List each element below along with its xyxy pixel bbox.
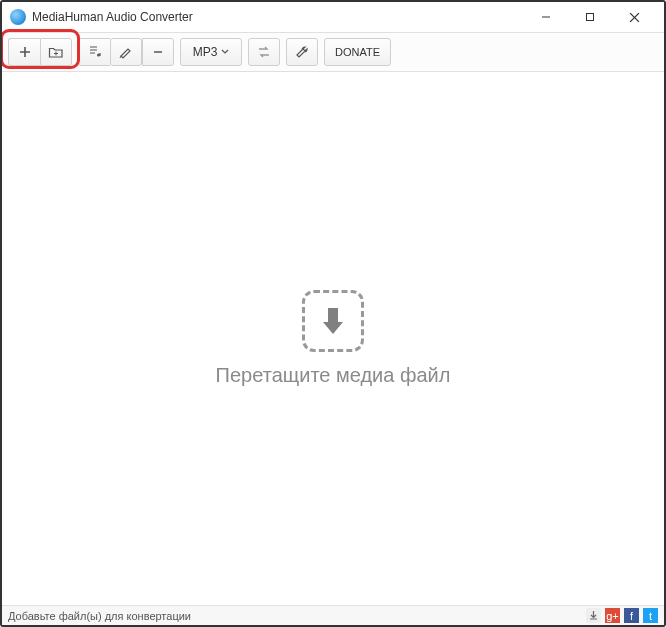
googleplus-icon[interactable]: g+ xyxy=(605,608,620,623)
donate-button[interactable]: DONATE xyxy=(324,38,391,66)
status-message: Добавьте файл(ы) для конвертации xyxy=(8,610,191,622)
format-select[interactable]: MP3 xyxy=(180,38,242,66)
wrench-icon xyxy=(295,45,309,59)
donate-label: DONATE xyxy=(335,46,380,58)
convert-arrows-icon xyxy=(256,45,272,59)
format-select-label: MP3 xyxy=(193,45,218,59)
window-title: MediaHuman Audio Converter xyxy=(32,10,524,24)
svg-rect-1 xyxy=(587,14,594,21)
clear-button[interactable] xyxy=(110,38,142,66)
minimize-button[interactable] xyxy=(524,3,568,31)
add-file-button[interactable] xyxy=(8,38,40,66)
minus-icon xyxy=(152,46,164,58)
updates-icon[interactable] xyxy=(586,608,601,623)
statusbar: Добавьте файл(ы) для конвертации g+ f t xyxy=(2,605,664,625)
brush-icon xyxy=(118,45,134,59)
maximize-button[interactable] xyxy=(568,3,612,31)
titlebar: MediaHuman Audio Converter xyxy=(2,2,664,32)
status-icons: g+ f t xyxy=(586,608,658,623)
folder-plus-icon xyxy=(48,45,64,59)
playlist-button-group xyxy=(78,38,174,66)
convert-button[interactable] xyxy=(248,38,280,66)
window-controls xyxy=(524,3,656,31)
download-arrow-icon xyxy=(317,304,349,338)
music-search-icon xyxy=(88,45,102,59)
drop-area[interactable]: Перетащите медиа файл xyxy=(2,72,664,605)
drop-icon-frame xyxy=(302,290,364,352)
drop-message: Перетащите медиа файл xyxy=(216,364,451,387)
toolbar: MP3 DONATE xyxy=(2,32,664,72)
app-icon xyxy=(10,9,26,25)
svg-rect-10 xyxy=(328,308,338,322)
chevron-down-icon xyxy=(221,49,229,55)
add-folder-button[interactable] xyxy=(40,38,72,66)
close-button[interactable] xyxy=(612,3,656,31)
twitter-icon[interactable]: t xyxy=(643,608,658,623)
settings-button[interactable] xyxy=(286,38,318,66)
facebook-icon[interactable]: f xyxy=(624,608,639,623)
add-button-group xyxy=(8,38,72,66)
remove-button[interactable] xyxy=(142,38,174,66)
locate-button[interactable] xyxy=(78,38,110,66)
plus-icon xyxy=(18,45,32,59)
